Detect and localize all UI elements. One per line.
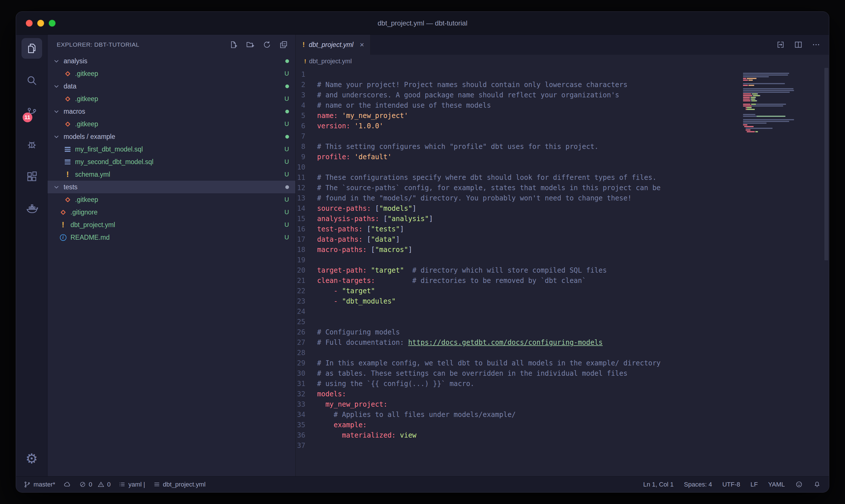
tab-dbt-project-yml[interactable]: ! dbt_project.yml × [295,35,371,55]
traffic-lights [26,12,56,34]
file-tree: analysis.gitkeepUdata.gitkeepUmacros.git… [48,55,295,476]
more-actions-button[interactable] [812,40,820,49]
tree-item-label: macros [64,108,85,115]
chevron-down-icon [53,83,60,90]
new-folder-button[interactable] [246,40,255,49]
tree-item-tests[interactable]: tests [48,181,295,193]
activity-extensions[interactable] [21,166,42,187]
new-file-button[interactable] [230,40,238,49]
code-line: # The `source-paths` config, for example… [317,183,829,193]
branch-status[interactable]: master* [23,481,55,488]
tree-item-schema-yml[interactable]: !schema.ymlU [48,168,295,181]
refresh-button[interactable] [263,40,271,49]
code-line: # as tables. These settings can be overr… [317,368,829,379]
code-line: - "dbt_modules" [317,296,829,306]
git-branch-icon [23,481,31,488]
bell-icon [813,481,821,488]
activity-search[interactable] [21,70,42,91]
code-line: my_new_project: [317,399,829,410]
tree-item-models-example[interactable]: models / example [48,130,295,143]
code-line: models: [317,389,829,399]
new-folder-icon [246,40,255,49]
sql-file-icon [64,147,72,152]
code-line: profile: 'default' [317,152,829,162]
tab-close-icon[interactable]: × [360,40,364,49]
language-mode[interactable]: YAML [768,481,785,488]
code-line: source-paths: ["models"] [317,203,829,214]
explorer-title: EXPLORER: DBT-TUTORIAL [57,41,139,48]
breadcrumb[interactable]: ! dbt_project.yml [295,55,829,68]
code-line: materialized: view [317,430,829,440]
activity-explorer[interactable] [21,38,42,59]
code-line: clean-targets: # directories to be remov… [317,275,829,286]
zoom-button[interactable] [49,20,56,26]
sync-status[interactable] [63,481,71,488]
debug-icon [26,139,38,151]
git-untracked-badge: U [284,171,289,178]
tree-item-gitkeep[interactable]: .gitkeepU [48,118,295,130]
scrollbar[interactable] [824,68,828,260]
git-untracked-badge: U [284,70,289,77]
search-icon [26,74,38,87]
tree-item-gitignore[interactable]: .gitignoreU [48,206,295,218]
active-file-status[interactable]: dbt_project.yml [153,481,206,488]
tree-item-label: tests [64,183,78,191]
activity-docker[interactable] [21,198,42,219]
activity-source-control[interactable]: 11 [21,102,42,123]
tree-item-my-first-dbt-model-sql[interactable]: my_first_dbt_model.sqlU [48,143,295,156]
git-file-icon [64,122,72,126]
minimize-button[interactable] [37,20,44,26]
breadcrumb-item: dbt_project.yml [309,57,352,65]
folder-change-dot [285,59,289,63]
tree-item-label: my_second_dbt_model.sql [75,158,154,166]
minimap[interactable] [743,71,800,134]
code-line: macro-paths: ["macros"] [317,245,829,255]
code-line: # Full documentation: https://docs.getdb… [317,337,829,348]
docker-whale-icon [25,202,38,215]
indentation-status[interactable]: Spaces: 4 [684,481,712,488]
open-changes-button[interactable] [776,40,785,49]
chevron-down-icon [53,183,60,191]
tree-item-macros[interactable]: macros [48,105,295,118]
problems-status[interactable]: 0 0 [79,481,111,488]
cursor-position[interactable]: Ln 1, Col 1 [643,481,673,488]
yaml-extension-status[interactable]: yaml | [119,481,145,488]
code-area[interactable]: 1234567891011121314151617181920212223242… [295,68,829,476]
code-line [317,440,829,451]
folder-change-dot [285,135,289,139]
editor-group: ! dbt_project.yml × [295,35,829,476]
tree-item-gitkeep[interactable]: .gitkeepU [48,67,295,80]
close-button[interactable] [26,20,33,26]
tree-item-label: .gitignore [70,209,98,216]
collapse-all-button[interactable] [279,40,288,49]
activity-debug[interactable] [21,134,42,155]
eol-status[interactable]: LF [751,481,758,488]
git-untracked-badge: U [284,221,289,229]
sql-file-icon [64,160,72,164]
split-editor-button[interactable] [794,40,803,49]
tree-item-data[interactable]: data [48,80,295,92]
window-title: dbt_project.yml — dbt-tutorial [378,19,467,27]
errors-icon [79,481,86,488]
tree-item-my-second-dbt-model-sql[interactable]: my_second_dbt_model.sqlU [48,156,295,168]
tree-item-gitkeep[interactable]: .gitkeepU [48,92,295,105]
tree-item-analysis[interactable]: analysis [48,55,295,67]
tree-item-label: .gitkeep [75,70,98,78]
feedback-button[interactable] [795,481,803,488]
code-line: # found in the "models/" directory. You … [317,193,829,203]
files-icon [26,42,38,54]
tree-item-gitkeep[interactable]: .gitkeepU [48,193,295,206]
code-line: example: [317,420,829,430]
extensions-icon [26,171,38,183]
tree-item-label: .gitkeep [75,95,98,103]
settings-gear-icon[interactable]: ⚙ [21,448,42,469]
code-line: # Applies to all files under models/exam… [317,410,829,420]
notifications-button[interactable] [813,481,821,488]
tree-item-label: dbt_project.yml [70,221,115,229]
chevron-down-icon [53,133,60,140]
encoding-status[interactable]: UTF-8 [722,481,740,488]
tree-item-dbt-project-yml[interactable]: !dbt_project.ymlU [48,218,295,231]
code-line: data-paths: ["data"] [317,234,829,245]
tree-item-readme-md[interactable]: iREADME.mdU [48,231,295,244]
tree-item-label: .gitkeep [75,196,98,204]
